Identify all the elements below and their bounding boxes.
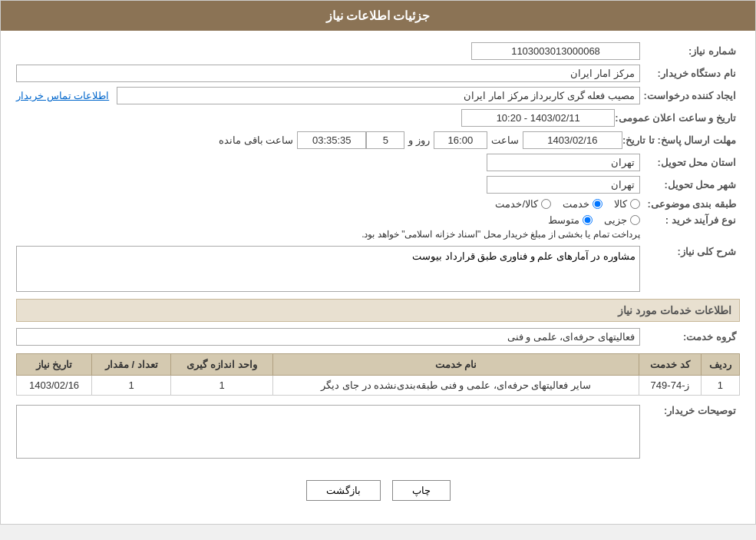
col-row: ردیف — [701, 354, 739, 376]
category-both-radio[interactable] — [541, 199, 551, 209]
category-khadamat[interactable]: خدمت — [563, 198, 602, 210]
province-label: استان محل تحویل: — [640, 157, 740, 168]
services-table-container: ردیف کد خدمت نام خدمت واحد اندازه گیری ت… — [16, 353, 740, 396]
contact-link[interactable]: اطلاعات تماس خریدار — [16, 90, 109, 101]
purchase-jozii-radio[interactable] — [630, 215, 640, 225]
table-row: 1 ز-74-749 سایر فعالیتهای حرفه‌ای، علمی … — [17, 376, 740, 396]
description-label: شرح کلی نیاز: — [640, 246, 740, 257]
deadline-date: 1403/02/16 — [523, 131, 622, 149]
category-label: طبقه بندی موضوعی: — [640, 198, 740, 210]
deadline-label: مهلت ارسال پاسخ: تا تاریخ: — [622, 134, 740, 146]
purchase-motavaset-label: متوسط — [548, 214, 579, 226]
description-textarea[interactable] — [16, 246, 640, 292]
services-section-title: اطلاعات خدمات مورد نیاز — [16, 299, 740, 322]
cell-count: 1 — [92, 376, 171, 396]
purchase-motavaset-radio[interactable] — [583, 215, 593, 225]
announce-date-label: تاریخ و ساعت اعلان عمومی: — [615, 112, 740, 124]
category-both-label: کالا/خدمت — [495, 198, 538, 210]
buyer-org-label: نام دستگاه خریدار: — [640, 68, 740, 79]
cell-unit: 1 — [171, 376, 273, 396]
purchase-motavaset[interactable]: متوسط — [548, 214, 593, 226]
page-title: جزئیات اطلاعات نیاز — [1, 1, 755, 31]
deadline-days: 5 — [366, 131, 404, 149]
service-group-value: فعالیتهای حرفه‌ای، علمی و فنی — [16, 328, 640, 346]
col-unit: واحد اندازه گیری — [171, 354, 273, 376]
category-kala-label: کالا — [614, 198, 627, 210]
col-count: تعداد / مقدار — [92, 354, 171, 376]
purchase-jozii[interactable]: جزیی — [604, 214, 640, 226]
need-number-value: 1103003013000068 — [471, 42, 640, 60]
announce-date-value: 1403/02/11 - 10:20 — [461, 109, 615, 127]
cell-code: ز-74-749 — [639, 376, 701, 396]
city-value: تهران — [487, 176, 640, 194]
col-code: کد خدمت — [639, 354, 701, 376]
need-number-label: شماره نیاز: — [640, 45, 740, 57]
cell-date: 1403/02/16 — [17, 376, 92, 396]
cell-name: سایر فعالیتهای حرفه‌ای، علمی و فنی طبقه‌… — [272, 376, 639, 396]
cell-row: 1 — [701, 376, 739, 396]
category-khadamat-radio[interactable] — [593, 199, 602, 209]
category-kala-radio[interactable] — [630, 199, 640, 209]
category-khadamat-label: خدمت — [563, 198, 589, 210]
creator-label: ایجاد کننده درخواست: — [640, 90, 740, 101]
deadline-remaining: 03:35:35 — [297, 131, 366, 149]
province-value: تهران — [487, 154, 640, 171]
deadline-time-label: ساعت — [491, 134, 519, 146]
col-date: تاریخ نیاز — [17, 354, 92, 376]
back-button[interactable]: بازگشت — [306, 480, 381, 501]
service-group-label: گروه خدمت: — [640, 331, 740, 343]
category-kala[interactable]: کالا — [614, 198, 640, 210]
city-label: شهر محل تحویل: — [640, 179, 740, 190]
purchase-type-label: نوع فرآیند خرید : — [640, 214, 740, 226]
buyer-org-value: مرکز امار ایران — [16, 65, 640, 82]
buyer-desc-label: توصیحات خریدار: — [640, 405, 740, 461]
buyer-desc-textarea[interactable] — [16, 405, 640, 459]
deadline-remaining-label: ساعت باقی مانده — [219, 134, 293, 146]
buttons-row: چاپ بازگشت — [16, 469, 740, 512]
deadline-time: 16:00 — [434, 131, 487, 149]
services-table: ردیف کد خدمت نام خدمت واحد اندازه گیری ت… — [16, 353, 740, 396]
purchase-jozii-label: جزیی — [604, 214, 627, 226]
col-name: نام خدمت — [272, 354, 639, 376]
purchase-type-note: پرداخت تمام یا بخشی از مبلغ خریدار محل "… — [16, 229, 640, 240]
print-button[interactable]: چاپ — [392, 480, 451, 501]
category-kala-khadamat[interactable]: کالا/خدمت — [495, 198, 551, 210]
creator-value: مصیب فعله گری کاربرداز مرکز امار ایران — [117, 87, 640, 104]
deadline-days-label: روز و — [408, 134, 430, 146]
